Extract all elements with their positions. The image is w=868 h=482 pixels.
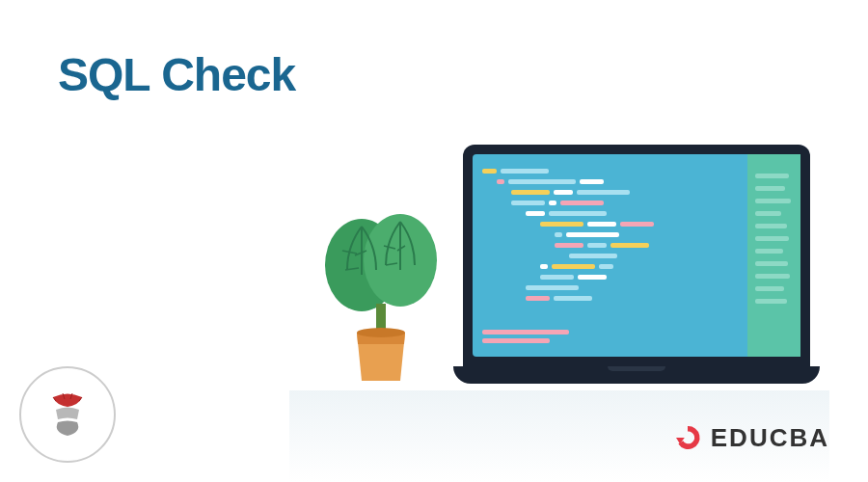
educba-brand-text: EDUCBA bbox=[711, 423, 829, 453]
laptop-notch bbox=[608, 366, 665, 371]
laptop-screen bbox=[463, 145, 810, 366]
sql-server-icon bbox=[39, 386, 96, 443]
laptop-base bbox=[453, 366, 820, 384]
laptop-display bbox=[473, 154, 800, 357]
code-editor-area bbox=[473, 154, 747, 357]
sql-server-logo bbox=[19, 366, 116, 463]
educba-logo: EDUCBA bbox=[672, 422, 829, 453]
page-title: SQL Check bbox=[58, 48, 295, 101]
code-sidebar bbox=[747, 154, 800, 357]
svg-point-3 bbox=[357, 328, 405, 337]
plant-illustration bbox=[309, 198, 453, 390]
educba-swirl-icon bbox=[672, 422, 703, 453]
laptop-illustration bbox=[463, 145, 829, 395]
